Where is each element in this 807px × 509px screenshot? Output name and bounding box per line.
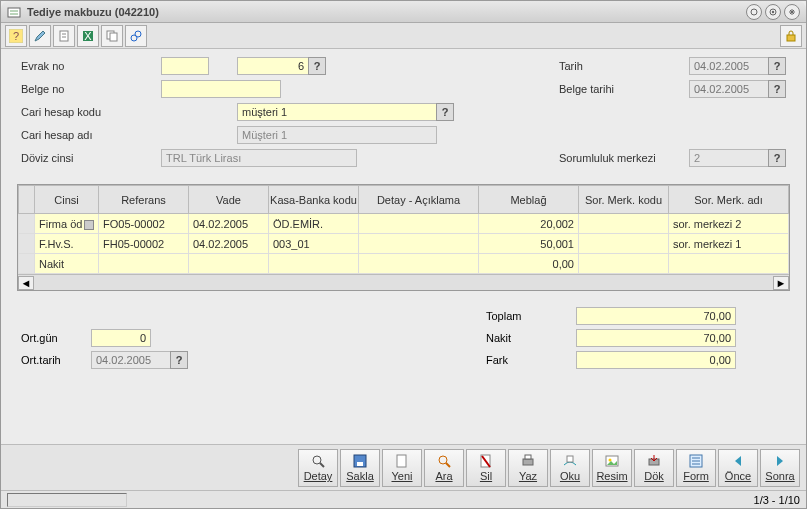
col-sma[interactable]: Sor. Merk. adı <box>669 186 789 214</box>
save-icon <box>352 453 368 469</box>
sorumluluk-merkezi-input[interactable] <box>689 149 769 167</box>
cell-meblag[interactable]: 0,00 <box>479 254 579 274</box>
next-icon <box>772 453 788 469</box>
col-referans[interactable]: Referans <box>99 186 189 214</box>
tool-excel-button[interactable]: X <box>77 25 99 47</box>
yeni-button[interactable]: Yeni <box>382 449 422 487</box>
cell-cinsi[interactable]: Nakit <box>35 254 99 274</box>
sakla-button[interactable]: Sakla <box>340 449 380 487</box>
table-row[interactable]: Nakit 0,00 <box>19 254 789 274</box>
detay-button[interactable]: Detay <box>298 449 338 487</box>
col-smk[interactable]: Sor. Merk. kodu <box>579 186 669 214</box>
label-evrak-no: Evrak no <box>21 60 161 72</box>
col-detay[interactable]: Detay - Açıklama <box>359 186 479 214</box>
scroll-right-icon[interactable]: ► <box>773 276 789 290</box>
svg-text:?: ? <box>13 30 19 42</box>
svg-rect-26 <box>397 455 406 467</box>
tool-link-button[interactable] <box>125 25 147 47</box>
toolbar: ? X <box>1 23 806 49</box>
once-button[interactable]: Önce <box>718 449 758 487</box>
svg-rect-31 <box>523 459 533 465</box>
cell-sma[interactable]: sor. merkezi 1 <box>669 234 789 254</box>
ort-tarih-input[interactable] <box>91 351 171 369</box>
doviz-cinsi-input <box>161 149 357 167</box>
table-row[interactable]: Firma öd FO05-00002 04.02.2005 ÖD.EMİR. … <box>19 214 789 234</box>
label-belge-no: Belge no <box>21 83 161 95</box>
evrak-lookup-button[interactable]: ? <box>308 57 326 75</box>
cell-meblag[interactable]: 20,002 <box>479 214 579 234</box>
tarih-lookup-button[interactable]: ? <box>768 57 786 75</box>
chevron-down-icon[interactable] <box>84 220 94 230</box>
titlebar: Tediye makbuzu (042210) <box>1 1 806 23</box>
belge-tarihi-lookup-button[interactable]: ? <box>768 80 786 98</box>
cell-smk[interactable] <box>579 214 669 234</box>
grid-scrollbar[interactable]: ◄ ► <box>18 274 789 290</box>
col-meblag[interactable]: Meblağ <box>479 186 579 214</box>
cari-kodu-lookup-button[interactable]: ? <box>436 103 454 121</box>
grid-header-row: Cinsi Referans Vade Kasa-Banka kodu Deta… <box>19 186 789 214</box>
cell-kasa[interactable]: ÖD.EMİR. <box>269 214 359 234</box>
belge-tarihi-input[interactable] <box>689 80 769 98</box>
cell-detay[interactable] <box>359 214 479 234</box>
cell-cinsi[interactable]: F.Hv.S. <box>35 234 99 254</box>
image-icon <box>604 453 620 469</box>
form-area: Evrak no ? Tarih ? Belge no Belge tarihi… <box>1 49 806 176</box>
tool-copy-button[interactable] <box>101 25 123 47</box>
table-row[interactable]: F.Hv.S. FH05-00002 04.02.2005 003_01 50,… <box>19 234 789 254</box>
cell-sma[interactable]: sor. merkezi 2 <box>669 214 789 234</box>
tarih-input[interactable] <box>689 57 769 75</box>
col-cinsi[interactable]: Cinsi <box>35 186 99 214</box>
col-kasa-banka[interactable]: Kasa-Banka kodu <box>269 186 359 214</box>
oku-button[interactable]: Oku <box>550 449 590 487</box>
dok-button[interactable]: Dök <box>634 449 674 487</box>
cell-detay[interactable] <box>359 254 479 274</box>
label-belge-tarihi: Belge tarihi <box>559 83 689 95</box>
tool-doc-button[interactable] <box>53 25 75 47</box>
evrak-sira-input[interactable] <box>237 57 309 75</box>
label-ort-tarih: Ort.tarih <box>21 354 91 366</box>
maximize-button[interactable] <box>765 4 781 20</box>
scroll-left-icon[interactable]: ◄ <box>18 276 34 290</box>
cell-vade[interactable]: 04.02.2005 <box>189 214 269 234</box>
cell-detay[interactable] <box>359 234 479 254</box>
cell-sma[interactable] <box>669 254 789 274</box>
svg-point-22 <box>313 456 321 464</box>
cell-smk[interactable] <box>579 234 669 254</box>
close-button[interactable] <box>784 4 800 20</box>
belge-no-input[interactable] <box>161 80 281 98</box>
cell-referans[interactable]: FH05-00002 <box>99 234 189 254</box>
cell-cinsi[interactable]: Firma öd <box>39 218 82 230</box>
delete-icon <box>478 453 494 469</box>
cell-kasa[interactable]: 003_01 <box>269 234 359 254</box>
ara-button[interactable]: Ara <box>424 449 464 487</box>
sil-button[interactable]: Sil <box>466 449 506 487</box>
cell-smk[interactable] <box>579 254 669 274</box>
lock-icon[interactable] <box>780 25 802 47</box>
sorumluluk-lookup-button[interactable]: ? <box>768 149 786 167</box>
nakit-output <box>576 329 736 347</box>
cell-kasa[interactable] <box>269 254 359 274</box>
cell-vade[interactable]: 04.02.2005 <box>189 234 269 254</box>
yaz-button[interactable]: Yaz <box>508 449 548 487</box>
ort-tarih-lookup-button[interactable]: ? <box>170 351 188 369</box>
col-vade[interactable]: Vade <box>189 186 269 214</box>
cell-meblag[interactable]: 50,001 <box>479 234 579 254</box>
minimize-button[interactable] <box>746 4 762 20</box>
tool-edit-button[interactable] <box>29 25 51 47</box>
sonra-button[interactable]: Sonra <box>760 449 800 487</box>
cell-referans[interactable] <box>99 254 189 274</box>
help-button[interactable]: ? <box>5 25 27 47</box>
label-doviz-cinsi: Döviz cinsi <box>21 152 161 164</box>
resim-button[interactable]: Resim <box>592 449 632 487</box>
cari-hesap-kodu-input[interactable] <box>237 103 437 121</box>
status-pager: 1/3 - 1/10 <box>754 494 800 506</box>
form-button[interactable]: Form <box>676 449 716 487</box>
cell-vade[interactable] <box>189 254 269 274</box>
grid-corner <box>19 186 35 214</box>
fark-output <box>576 351 736 369</box>
label-nakit: Nakit <box>486 332 576 344</box>
evrak-seri-input[interactable] <box>161 57 209 75</box>
actionbar: Detay Sakla Yeni Ara Sil Yaz Oku Resim D… <box>1 444 806 490</box>
cell-referans[interactable]: FO05-00002 <box>99 214 189 234</box>
prev-icon <box>730 453 746 469</box>
